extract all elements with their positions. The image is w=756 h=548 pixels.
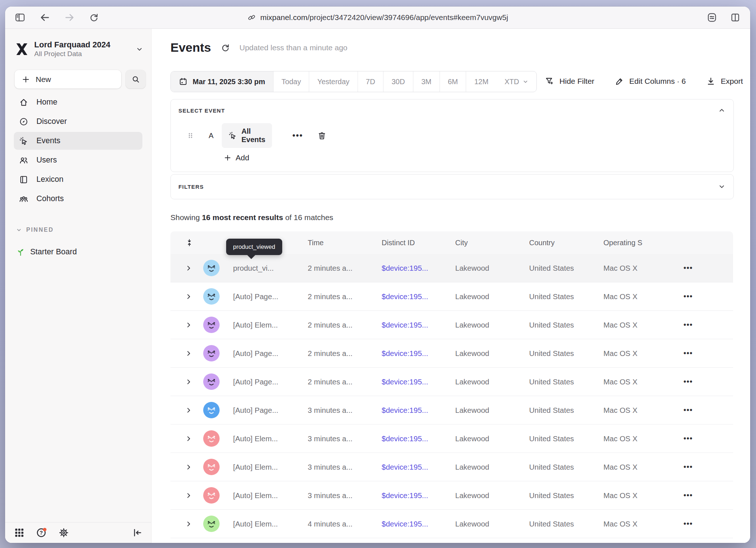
pinned-section-header[interactable]: PINNED <box>16 227 54 233</box>
distinct-id-link[interactable]: $device:195... <box>382 349 455 358</box>
table-row[interactable]: [Auto] Elem... 3 minutes a... $device:19… <box>170 453 733 481</box>
date-preset-button[interactable]: Today <box>273 71 309 92</box>
date-preset-button[interactable]: 12M <box>466 71 496 92</box>
event-more-button[interactable]: ••• <box>292 131 303 140</box>
row-more-button[interactable]: ••• <box>678 463 733 471</box>
distinct-id-link[interactable]: $device:195... <box>382 264 455 273</box>
workspace-switcher[interactable]: Lord Farquaad 2024 All Project Data <box>15 40 145 58</box>
row-more-button[interactable]: ••• <box>678 264 733 272</box>
column-header[interactable]: Time <box>308 239 382 247</box>
row-more-button[interactable]: ••• <box>678 520 733 528</box>
date-preset-xtd-button[interactable]: XTD <box>496 71 536 92</box>
export-button[interactable]: Export <box>706 77 743 86</box>
collapse-sidebar-icon[interactable] <box>132 528 142 538</box>
search-button[interactable] <box>126 70 146 89</box>
chevron-up-icon[interactable] <box>718 107 725 114</box>
table-row[interactable]: [Auto] Page... 3 minutes a... $device:19… <box>170 396 733 424</box>
row-more-button[interactable]: ••• <box>678 406 733 414</box>
table-row[interactable]: [Auto] Elem... 2 minutes a... $device:19… <box>170 311 733 339</box>
distinct-id-link[interactable]: $device:195... <box>382 434 455 443</box>
date-preset-button[interactable]: 6M <box>440 71 466 92</box>
table-row[interactable]: [Auto] Elem... 3 minutes a... $device:19… <box>170 481 733 510</box>
table-row[interactable]: [Auto] Page... 2 minutes a... $device:19… <box>170 368 733 396</box>
distinct-id-link[interactable]: $device:195... <box>382 292 455 301</box>
distinct-id-link[interactable]: $device:195... <box>382 321 455 329</box>
hide-filter-button[interactable]: Hide Filter <box>545 77 594 86</box>
date-preset-button[interactable]: 30D <box>383 71 413 92</box>
distinct-id-link[interactable]: $device:195... <box>382 463 455 471</box>
row-more-button[interactable]: ••• <box>678 491 733 500</box>
browser-forward-icon[interactable] <box>64 12 75 23</box>
row-expander-chevron-icon[interactable] <box>170 378 203 385</box>
distinct-id-link[interactable]: $device:195... <box>382 406 455 415</box>
city-cell: Lakewood <box>455 406 529 415</box>
table-row[interactable]: [Auto] Page... 2 minutes a... $device:19… <box>170 282 733 311</box>
event-name-cell: [Auto] Elem... <box>233 491 308 500</box>
trash-icon[interactable] <box>317 131 327 140</box>
sidebar-nav: Home Discover <box>14 93 142 209</box>
sidebar-item-cohorts[interactable]: Cohorts <box>14 190 142 208</box>
event-selector-pill[interactable]: All Events <box>222 123 272 148</box>
row-expander-chevron-icon[interactable] <box>170 350 203 357</box>
browser-page-settings-icon[interactable] <box>706 12 717 23</box>
time-cell: 3 minutes a... <box>308 434 382 443</box>
sidebar-item-events[interactable]: Events <box>14 132 142 150</box>
row-expander-chevron-icon[interactable] <box>170 492 203 499</box>
sidebar-item-users[interactable]: Users <box>14 151 142 169</box>
event-name-cell: product_vi... <box>233 264 308 273</box>
row-more-button[interactable]: ••• <box>678 377 733 386</box>
chevron-down-icon[interactable] <box>718 183 725 190</box>
sidebar-item-home[interactable]: Home <box>14 93 142 111</box>
help-icon[interactable]: ? <box>36 527 47 539</box>
row-expander-chevron-icon[interactable] <box>170 463 203 471</box>
sidebar-item-discover[interactable]: Discover <box>14 113 142 130</box>
browser-split-view-icon[interactable] <box>730 12 741 23</box>
row-expander-chevron-icon[interactable] <box>170 321 203 329</box>
row-expander-chevron-icon[interactable] <box>170 265 203 272</box>
distinct-id-link[interactable]: $device:195... <box>382 491 455 500</box>
settings-gear-icon[interactable] <box>58 527 69 538</box>
distinct-id-link[interactable]: $device:195... <box>382 520 455 528</box>
table-row[interactable]: [Auto] Elem... 4 minutes a... $device:19… <box>170 510 733 538</box>
row-more-button[interactable]: ••• <box>678 349 733 357</box>
date-preset-button[interactable]: Yesterday <box>309 71 358 92</box>
collapse-rows-icon[interactable] <box>170 238 203 247</box>
date-preset-button[interactable]: 3M <box>413 71 440 92</box>
date-preset-button[interactable]: 7D <box>358 71 384 92</box>
column-header[interactable]: City <box>455 239 529 247</box>
column-header[interactable]: Country <box>529 239 603 247</box>
table-row[interactable]: [Auto] Elem... 3 minutes a... $device:19… <box>170 424 733 453</box>
sidebar-item-lexicon[interactable]: Lexicon <box>14 171 142 188</box>
city-cell: Lakewood <box>455 264 529 273</box>
event-name-cell: [Auto] Page... <box>233 406 308 415</box>
row-expander-chevron-icon[interactable] <box>170 407 203 414</box>
row-more-button[interactable]: ••• <box>678 434 733 443</box>
event-name-cell: [Auto] Elem... <box>233 434 308 443</box>
row-expander-chevron-icon[interactable] <box>170 435 203 442</box>
row-expander-chevron-icon[interactable] <box>170 293 203 300</box>
browser-sidebar-toggle-icon[interactable] <box>15 12 25 23</box>
row-expander-chevron-icon[interactable] <box>170 520 203 528</box>
drag-handle-icon[interactable] <box>187 131 194 140</box>
svg-text:?: ? <box>40 530 43 536</box>
plus-icon <box>22 75 30 83</box>
table-row[interactable]: [Auto] Elem... 4 minutes a... $device:19… <box>170 538 733 543</box>
edit-columns-button[interactable]: Edit Columns · 6 <box>615 77 686 86</box>
add-event-button[interactable]: Add <box>224 153 249 162</box>
column-header[interactable]: Distinct ID <box>382 239 455 247</box>
apps-grid-icon[interactable] <box>14 527 25 538</box>
distinct-id-link[interactable]: $device:195... <box>382 377 455 386</box>
new-button[interactable]: New <box>15 70 121 89</box>
row-more-button[interactable]: ••• <box>678 321 733 329</box>
url-path: /project/3472420/view/3974696/app/events… <box>307 13 508 21</box>
tooltip-text: product_viewed <box>233 243 275 250</box>
browser-reload-icon[interactable] <box>89 12 99 23</box>
refresh-icon[interactable] <box>221 43 230 52</box>
sidebar-item-starter-board[interactable]: Starter Board <box>16 247 77 257</box>
url-bar[interactable]: mixpanel.com/project/3472420/view/397469… <box>5 7 750 28</box>
table-row[interactable]: [Auto] Page... 2 minutes a... $device:19… <box>170 339 733 368</box>
row-more-button[interactable]: ••• <box>678 292 733 301</box>
date-range-selected[interactable]: Mar 11, 2025 3:30 pm <box>171 71 273 92</box>
browser-back-icon[interactable] <box>39 12 50 23</box>
column-header[interactable]: Operating S <box>603 239 678 247</box>
